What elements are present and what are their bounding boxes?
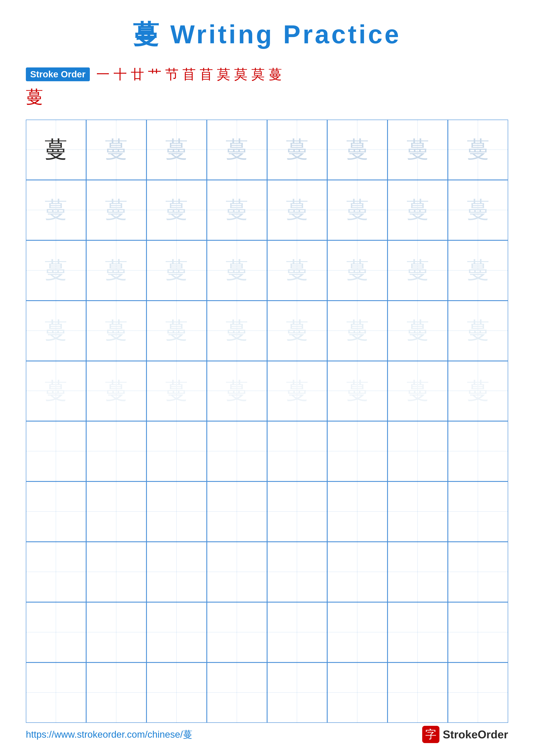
grid-cell-4-5[interactable]: 蔓 bbox=[267, 301, 327, 361]
grid-char: 蔓 bbox=[45, 315, 67, 346]
grid-cell-4-2[interactable]: 蔓 bbox=[86, 301, 146, 361]
grid-cell-3-2[interactable]: 蔓 bbox=[86, 240, 146, 301]
grid-cell-1-1[interactable]: 蔓 bbox=[26, 120, 86, 180]
grid-cell-3-7[interactable]: 蔓 bbox=[388, 240, 448, 301]
grid-cell-7-1[interactable] bbox=[26, 481, 86, 542]
grid-cell-8-5[interactable] bbox=[267, 542, 327, 602]
grid-cell-3-3[interactable]: 蔓 bbox=[146, 240, 207, 301]
grid-cell-9-2[interactable] bbox=[86, 602, 146, 662]
grid-cell-1-2[interactable]: 蔓 bbox=[86, 120, 146, 180]
grid-char: 蔓 bbox=[105, 315, 128, 346]
grid-char: 蔓 bbox=[467, 255, 489, 285]
grid-cell-2-7[interactable]: 蔓 bbox=[388, 180, 448, 240]
grid-cell-7-4[interactable] bbox=[207, 481, 267, 542]
grid-cell-4-4[interactable]: 蔓 bbox=[207, 301, 267, 361]
grid-cell-8-6[interactable] bbox=[327, 542, 388, 602]
grid-cell-1-6[interactable]: 蔓 bbox=[327, 120, 388, 180]
grid-cell-10-2[interactable] bbox=[86, 662, 146, 723]
stroke-char-1: 一 bbox=[96, 65, 110, 83]
grid-cell-9-8[interactable] bbox=[448, 602, 508, 662]
grid-cell-9-4[interactable] bbox=[207, 602, 267, 662]
grid-cell-5-7[interactable]: 蔓 bbox=[388, 361, 448, 421]
grid-cell-1-3[interactable]: 蔓 bbox=[146, 120, 207, 180]
solo-char: 蔓 bbox=[26, 88, 43, 106]
grid-cell-8-4[interactable] bbox=[207, 542, 267, 602]
grid-cell-4-1[interactable]: 蔓 bbox=[26, 301, 86, 361]
grid-char: 蔓 bbox=[165, 255, 188, 285]
grid-cell-5-1[interactable]: 蔓 bbox=[26, 361, 86, 421]
grid-cell-2-5[interactable]: 蔓 bbox=[267, 180, 327, 240]
grid-cell-2-3[interactable]: 蔓 bbox=[146, 180, 207, 240]
grid-cell-9-7[interactable] bbox=[388, 602, 448, 662]
grid-cell-7-3[interactable] bbox=[146, 481, 207, 542]
grid-cell-8-3[interactable] bbox=[146, 542, 207, 602]
grid-cell-8-2[interactable] bbox=[86, 542, 146, 602]
grid-cell-10-1[interactable] bbox=[26, 662, 86, 723]
grid-cell-7-8[interactable] bbox=[448, 481, 508, 542]
grid-cell-9-3[interactable] bbox=[146, 602, 207, 662]
grid-cell-6-4[interactable] bbox=[207, 421, 267, 481]
grid-cell-9-1[interactable] bbox=[26, 602, 86, 662]
grid-cell-6-8[interactable] bbox=[448, 421, 508, 481]
grid-cell-10-5[interactable] bbox=[267, 662, 327, 723]
grid-cell-7-7[interactable] bbox=[388, 481, 448, 542]
grid-char: 蔓 bbox=[225, 195, 248, 225]
stroke-char-11: 蔓 bbox=[268, 65, 282, 83]
grid-cell-7-6[interactable] bbox=[327, 481, 388, 542]
footer-logo: 字 StrokeOrder bbox=[422, 726, 508, 743]
grid-cell-9-6[interactable] bbox=[327, 602, 388, 662]
grid-cell-5-2[interactable]: 蔓 bbox=[86, 361, 146, 421]
grid-row-6 bbox=[26, 421, 508, 481]
grid-cell-9-5[interactable] bbox=[267, 602, 327, 662]
grid-cell-8-7[interactable] bbox=[388, 542, 448, 602]
grid-cell-5-3[interactable]: 蔓 bbox=[146, 361, 207, 421]
grid-cell-2-2[interactable]: 蔓 bbox=[86, 180, 146, 240]
grid-cell-4-6[interactable]: 蔓 bbox=[327, 301, 388, 361]
grid-cell-6-3[interactable] bbox=[146, 421, 207, 481]
grid-cell-6-2[interactable] bbox=[86, 421, 146, 481]
grid-cell-6-7[interactable] bbox=[388, 421, 448, 481]
grid-cell-1-5[interactable]: 蔓 bbox=[267, 120, 327, 180]
grid-cell-3-5[interactable]: 蔓 bbox=[267, 240, 327, 301]
grid-cell-1-8[interactable]: 蔓 bbox=[448, 120, 508, 180]
grid-cell-3-6[interactable]: 蔓 bbox=[327, 240, 388, 301]
grid-cell-5-5[interactable]: 蔓 bbox=[267, 361, 327, 421]
grid-char: 蔓 bbox=[346, 134, 369, 165]
grid-char: 蔓 bbox=[467, 376, 489, 406]
grid-cell-10-7[interactable] bbox=[388, 662, 448, 723]
grid-cell-4-8[interactable]: 蔓 bbox=[448, 301, 508, 361]
grid-cell-5-4[interactable]: 蔓 bbox=[207, 361, 267, 421]
grid-char: 蔓 bbox=[165, 376, 188, 406]
grid-cell-10-3[interactable] bbox=[146, 662, 207, 723]
grid-cell-6-5[interactable] bbox=[267, 421, 327, 481]
grid-cell-6-1[interactable] bbox=[26, 421, 86, 481]
grid-cell-8-8[interactable] bbox=[448, 542, 508, 602]
grid-cell-5-8[interactable]: 蔓 bbox=[448, 361, 508, 421]
grid-cell-10-6[interactable] bbox=[327, 662, 388, 723]
grid-cell-3-4[interactable]: 蔓 bbox=[207, 240, 267, 301]
grid-cell-7-2[interactable] bbox=[86, 481, 146, 542]
grid-char: 蔓 bbox=[286, 195, 309, 225]
grid-cell-8-1[interactable] bbox=[26, 542, 86, 602]
grid-cell-10-4[interactable] bbox=[207, 662, 267, 723]
grid-cell-2-8[interactable]: 蔓 bbox=[448, 180, 508, 240]
grid-cell-5-6[interactable]: 蔓 bbox=[327, 361, 388, 421]
grid-cell-4-3[interactable]: 蔓 bbox=[146, 301, 207, 361]
grid-char: 蔓 bbox=[225, 255, 248, 285]
grid-char: 蔓 bbox=[105, 195, 128, 225]
grid-cell-2-6[interactable]: 蔓 bbox=[327, 180, 388, 240]
grid-cell-2-4[interactable]: 蔓 bbox=[207, 180, 267, 240]
title-char: 蔓 bbox=[133, 20, 161, 49]
grid-cell-3-1[interactable]: 蔓 bbox=[26, 240, 86, 301]
grid-cell-6-6[interactable] bbox=[327, 421, 388, 481]
grid-cell-7-5[interactable] bbox=[267, 481, 327, 542]
grid-cell-1-4[interactable]: 蔓 bbox=[207, 120, 267, 180]
grid-cell-2-1[interactable]: 蔓 bbox=[26, 180, 86, 240]
footer: https://www.strokeorder.com/chinese/蔓 字 … bbox=[26, 726, 508, 743]
grid-cell-1-7[interactable]: 蔓 bbox=[388, 120, 448, 180]
writing-grid-container: 蔓 蔓 蔓 蔓 蔓 蔓 蔓 蔓 bbox=[26, 120, 508, 723]
grid-cell-10-8[interactable] bbox=[448, 662, 508, 723]
footer-url[interactable]: https://www.strokeorder.com/chinese/蔓 bbox=[26, 728, 192, 741]
grid-cell-4-7[interactable]: 蔓 bbox=[388, 301, 448, 361]
grid-cell-3-8[interactable]: 蔓 bbox=[448, 240, 508, 301]
